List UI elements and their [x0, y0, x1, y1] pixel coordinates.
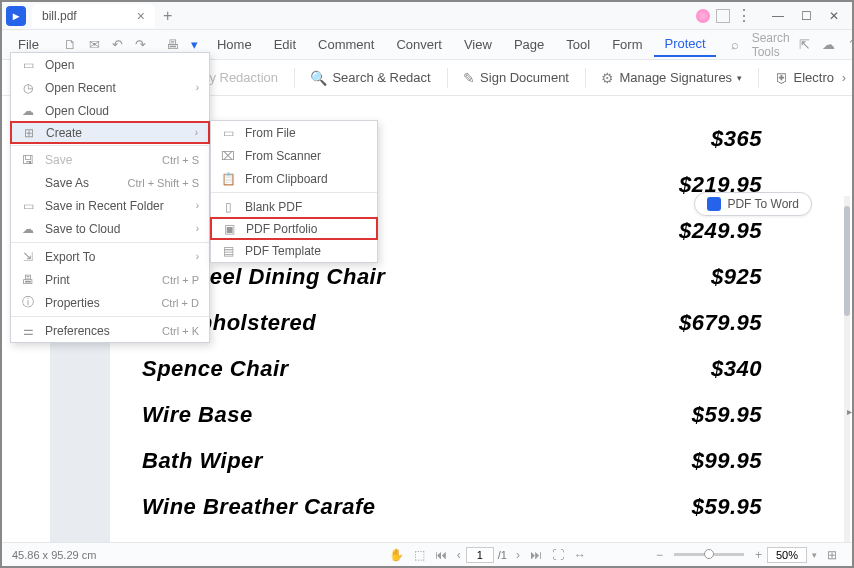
electro-button[interactable]: ⛨ Electro: [767, 66, 842, 90]
menu-edit[interactable]: Edit: [264, 33, 306, 56]
hand-tool-icon[interactable]: ✋: [384, 548, 409, 562]
chevron-down-icon: ▾: [737, 73, 742, 83]
table-row: Bath Wiper$99.95: [142, 438, 762, 484]
portfolio-icon: ▣: [222, 222, 236, 236]
blank-page-icon: ▯: [221, 200, 235, 214]
folder-icon: ▭: [21, 199, 35, 213]
menu-create[interactable]: ⊞Create›: [10, 121, 210, 144]
zoom-thumb[interactable]: [704, 549, 714, 559]
chevron-right-icon: ›: [196, 200, 199, 211]
submenu-blank-pdf[interactable]: ▯Blank PDF: [211, 195, 377, 218]
menu-properties[interactable]: ⓘPropertiesCtrl + D: [11, 291, 209, 314]
fit-width-icon[interactable]: ↔: [569, 548, 591, 562]
menu-preferences[interactable]: ⚌PreferencesCtrl + K: [11, 319, 209, 342]
share-icon[interactable]: ⇱: [794, 34, 815, 55]
menu-export-to[interactable]: ⇲Export To›: [11, 245, 209, 268]
zoom-in-icon[interactable]: +: [750, 548, 767, 562]
menu-save-recent-folder[interactable]: ▭Save in Recent Folder›: [11, 194, 209, 217]
menu-tool[interactable]: Tool: [556, 33, 600, 56]
table-row: Spence Chair$340: [142, 346, 762, 392]
clipboard-icon: 📋: [221, 172, 235, 186]
file-dropdown-menu: ▭Open ◷Open Recent› ☁Open Cloud ⊞Create›…: [10, 52, 210, 343]
page-dimensions: 45.86 x 95.29 cm: [12, 549, 96, 561]
submenu-pdf-portfolio[interactable]: ▣PDF Portfolio: [210, 217, 378, 240]
menu-protect[interactable]: Protect: [654, 32, 715, 57]
page-total: /1: [494, 549, 511, 561]
menu-save-cloud[interactable]: ☁Save to Cloud›: [11, 217, 209, 240]
menu-open[interactable]: ▭Open: [11, 53, 209, 76]
submenu-from-scanner[interactable]: ⌧From Scanner: [211, 144, 377, 167]
scrollbar-thumb[interactable]: [844, 206, 850, 316]
menu-comment[interactable]: Comment: [308, 33, 384, 56]
clock-icon: ◷: [21, 81, 35, 95]
table-row: KIVA DINING CHAIR$2,290: [142, 530, 762, 542]
signature-icon: ✎: [463, 70, 475, 86]
file-icon: ▭: [221, 126, 235, 140]
printer-icon: 🖶: [21, 273, 35, 287]
cloud-icon: ☁: [21, 104, 35, 118]
menu-home[interactable]: Home: [207, 33, 262, 56]
app-icon: ▸: [6, 6, 26, 26]
word-icon: [707, 197, 721, 211]
close-window-button[interactable]: ✕: [820, 4, 848, 28]
menu-form[interactable]: Form: [602, 33, 652, 56]
search-icon[interactable]: ⌕: [726, 34, 744, 55]
tab-filename: bill.pdf: [42, 9, 77, 23]
menu-save-as[interactable]: Save AsCtrl + Shift + S: [11, 171, 209, 194]
prev-page-icon[interactable]: ‹: [452, 548, 466, 562]
select-tool-icon[interactable]: ⬚: [409, 548, 430, 562]
table-row: air, Upholstered$679.95: [142, 300, 762, 346]
menu-view[interactable]: View: [454, 33, 502, 56]
new-tab-button[interactable]: +: [163, 7, 172, 25]
chevron-right-icon: ›: [196, 82, 199, 93]
search-redact-icon: 🔍: [310, 70, 327, 86]
sign-document-button[interactable]: ✎ Sign Document: [455, 66, 577, 90]
search-redact-button[interactable]: 🔍 Search & Redact: [302, 66, 438, 90]
folder-open-icon: ▭: [21, 58, 35, 72]
chevron-right-icon[interactable]: ›: [842, 70, 846, 85]
menu-open-cloud[interactable]: ☁Open Cloud: [11, 99, 209, 122]
chevron-right-icon: ›: [195, 127, 198, 138]
zoom-dropdown-icon[interactable]: ▾: [807, 550, 822, 560]
expand-arrow-icon[interactable]: ▸: [847, 406, 852, 417]
collapse-icon[interactable]: ⌃: [842, 34, 854, 55]
statusbar: 45.86 x 95.29 cm ✋ ⬚ ⏮ ‹ /1 › ⏭ ⛶ ↔ − + …: [2, 542, 852, 566]
table-row: Wire Base$59.95: [142, 392, 762, 438]
shield-icon: ⛨: [775, 70, 789, 86]
pdf-to-word-button[interactable]: PDF To Word: [694, 192, 812, 216]
next-page-icon[interactable]: ›: [511, 548, 525, 562]
cloud-up-icon: ☁: [21, 222, 35, 236]
submenu-pdf-template[interactable]: ▤PDF Template: [211, 239, 377, 262]
zoom-slider[interactable]: [674, 553, 744, 556]
scanner-icon: ⌧: [221, 149, 235, 163]
more-icon[interactable]: ⋮: [736, 6, 752, 25]
menu-page[interactable]: Page: [504, 33, 554, 56]
cloud-icon[interactable]: ☁: [817, 34, 840, 55]
last-page-icon[interactable]: ⏭: [525, 548, 547, 562]
menu-convert[interactable]: Convert: [386, 33, 452, 56]
scrollbar[interactable]: [844, 196, 850, 542]
fit-page-icon[interactable]: ⛶: [547, 548, 569, 562]
zoom-out-icon[interactable]: −: [651, 548, 668, 562]
menu-print[interactable]: 🖶PrintCtrl + P: [11, 268, 209, 291]
menu-open-recent[interactable]: ◷Open Recent›: [11, 76, 209, 99]
view-mode-icon[interactable]: ⊞: [822, 548, 842, 562]
document-tab[interactable]: bill.pdf ×: [32, 4, 155, 28]
close-tab-icon[interactable]: ×: [137, 8, 145, 24]
search-tools-input[interactable]: Search Tools: [752, 31, 790, 59]
save-icon: 🖫: [21, 153, 35, 167]
gear-icon: ⚙: [601, 70, 614, 86]
plus-file-icon: ⊞: [22, 126, 36, 140]
submenu-from-file[interactable]: ▭From File: [211, 121, 377, 144]
minimize-button[interactable]: —: [764, 4, 792, 28]
window-square-icon[interactable]: [716, 9, 730, 23]
manage-signatures-button[interactable]: ⚙ Manage Signatures ▾: [593, 66, 750, 90]
first-page-icon[interactable]: ⏮: [430, 548, 452, 562]
titlebar: ▸ bill.pdf × + ⋮ — ☐ ✕: [2, 2, 852, 30]
create-submenu: ▭From File ⌧From Scanner 📋From Clipboard…: [210, 120, 378, 263]
maximize-button[interactable]: ☐: [792, 4, 820, 28]
sliders-icon: ⚌: [21, 324, 35, 338]
page-number-input[interactable]: [466, 547, 494, 563]
submenu-from-clipboard[interactable]: 📋From Clipboard: [211, 167, 377, 190]
zoom-input[interactable]: [767, 547, 807, 563]
